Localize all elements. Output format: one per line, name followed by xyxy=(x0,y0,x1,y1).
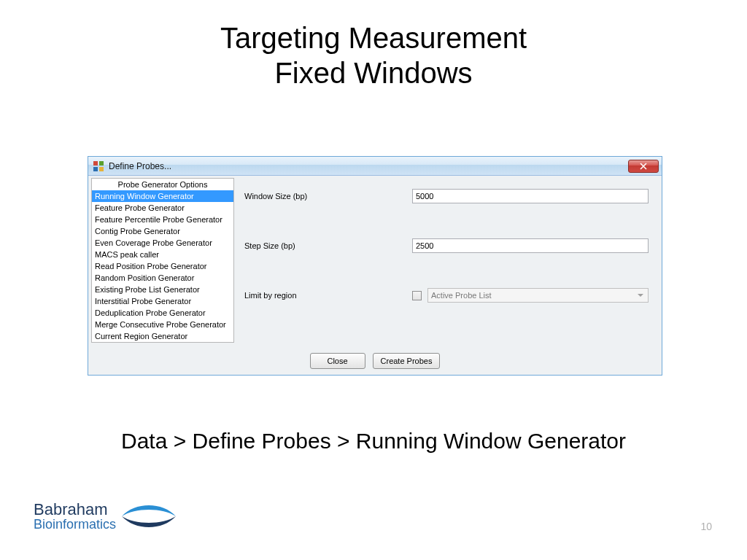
limit-region-label: Limit by region xyxy=(244,291,412,300)
slide-title: Targeting Measurement Fixed Windows xyxy=(0,20,747,90)
step-size-label: Step Size (bp) xyxy=(244,241,412,250)
list-item[interactable]: Deduplication Probe Generator xyxy=(92,307,233,319)
dialog-titlebar[interactable]: Define Probes... xyxy=(88,157,662,176)
svg-rect-2 xyxy=(93,167,98,171)
slide-number: 10 xyxy=(700,521,712,532)
title-line-2: Fixed Windows xyxy=(0,55,747,90)
dialog-title: Define Probes... xyxy=(109,161,628,171)
dialog-body: Probe Generator Options Running Window G… xyxy=(88,176,662,349)
list-item[interactable]: Current Region Generator xyxy=(92,330,233,342)
sidebar-header: Probe Generator Options xyxy=(92,179,233,190)
close-button[interactable]: Close xyxy=(310,353,365,369)
limit-region-row: Limit by region Active Probe List xyxy=(244,288,649,303)
button-row: Close Create Probes xyxy=(88,349,662,375)
dropdown-value: Active Probe List xyxy=(431,291,492,300)
svg-rect-0 xyxy=(93,161,98,166)
breadcrumb-path: Data > Define Probes > Running Window Ge… xyxy=(0,429,747,454)
list-item[interactable]: Random Position Generator xyxy=(92,272,233,284)
list-item[interactable]: Interstitial Probe Generator xyxy=(92,295,233,307)
logo-swoosh-icon xyxy=(120,500,177,532)
step-size-input[interactable] xyxy=(412,238,649,253)
logo-line-2: Bioinformatics xyxy=(34,518,116,531)
define-probes-dialog: Define Probes... Probe Generator Options… xyxy=(88,156,662,376)
app-icon xyxy=(93,160,104,172)
list-item[interactable]: Even Coverage Probe Generator xyxy=(92,237,233,249)
list-item[interactable]: Feature Probe Generator xyxy=(92,202,233,214)
logo-text: Babraham Bioinformatics xyxy=(34,502,116,531)
list-item[interactable]: Feature Percentile Probe Generator xyxy=(92,214,233,225)
list-item[interactable]: MACS peak caller xyxy=(92,249,233,260)
window-size-label: Window Size (bp) xyxy=(244,192,412,201)
title-line-1: Targeting Measurement xyxy=(0,20,747,55)
limit-region-checkbox[interactable] xyxy=(412,291,422,300)
list-item[interactable]: Contig Probe Generator xyxy=(92,225,233,237)
list-item[interactable]: Read Position Probe Generator xyxy=(92,260,233,272)
generator-options-list[interactable]: Probe Generator Options Running Window G… xyxy=(91,178,234,343)
step-size-row: Step Size (bp) xyxy=(244,238,649,253)
logo-line-1: Babraham xyxy=(34,502,116,518)
list-item[interactable]: Running Window Generator xyxy=(92,190,233,202)
list-item[interactable]: Existing Probe List Generator xyxy=(92,284,233,295)
limit-region-dropdown[interactable]: Active Probe List xyxy=(427,288,649,303)
svg-rect-3 xyxy=(99,167,104,171)
close-icon xyxy=(640,163,647,170)
list-item[interactable]: Merge Consecutive Probe Generator xyxy=(92,319,233,330)
close-window-button[interactable] xyxy=(628,160,659,173)
svg-rect-1 xyxy=(99,161,104,166)
form-area: Window Size (bp) Step Size (bp) Limit by… xyxy=(237,176,662,349)
window-size-input[interactable] xyxy=(412,189,649,203)
create-probes-button[interactable]: Create Probes xyxy=(373,353,441,369)
babraham-logo: Babraham Bioinformatics xyxy=(34,500,177,532)
window-size-row: Window Size (bp) xyxy=(244,189,649,203)
